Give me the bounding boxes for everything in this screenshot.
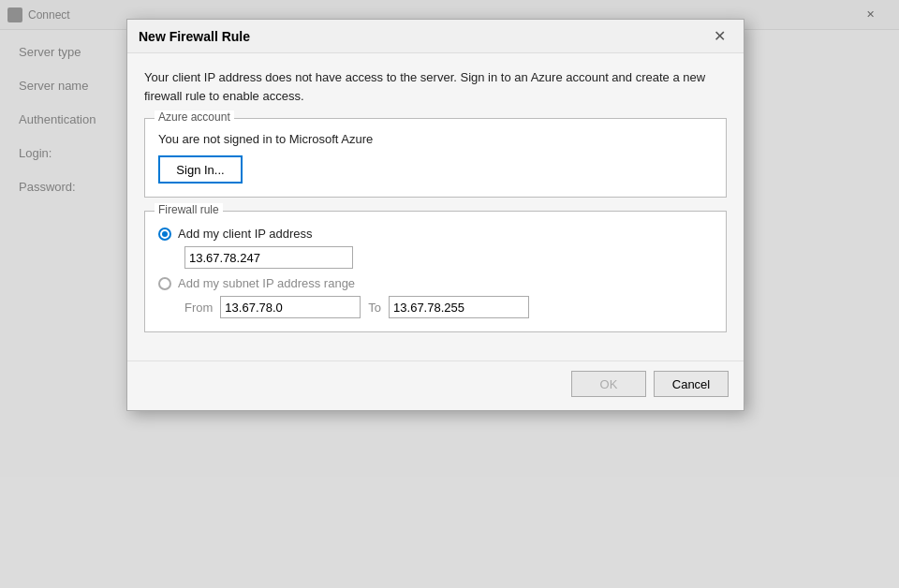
firewall-rule-group-label: Firewall rule — [155, 203, 223, 216]
subnet-from-input[interactable] — [220, 296, 361, 318]
client-ip-input[interactable] — [184, 246, 353, 269]
azure-account-group-label: Azure account — [155, 110, 234, 124]
dialog-title-bar: New Firewall Rule ✕ — [127, 20, 744, 53]
subnet-to-input[interactable] — [389, 296, 529, 318]
cancel-button[interactable]: Cancel — [654, 371, 729, 397]
dialog-title: New Firewall Rule — [139, 29, 706, 44]
client-ip-label: Add my client IP address — [178, 227, 313, 241]
to-label: To — [368, 301, 381, 315]
firewall-rule-group: Firewall rule Add my client IP address A… — [144, 211, 727, 332]
dialog-body: Your client IP address does not have acc… — [127, 53, 744, 360]
dialog-close-button[interactable]: ✕ — [706, 23, 732, 50]
dialog-footer: OK Cancel — [127, 360, 744, 410]
azure-not-signed-in-text: You are not signed in to Microsoft Azure — [158, 132, 713, 146]
subnet-label: Add my subnet IP address range — [178, 276, 355, 290]
client-ip-radio[interactable] — [158, 228, 171, 241]
subnet-radio[interactable] — [158, 277, 171, 290]
dialog-description: Your client IP address does not have acc… — [144, 68, 727, 105]
new-firewall-rule-dialog: New Firewall Rule ✕ Your client IP addre… — [126, 19, 744, 411]
client-ip-radio-row: Add my client IP address — [158, 227, 713, 241]
azure-account-group: Azure account You are not signed in to M… — [144, 118, 727, 198]
subnet-radio-row: Add my subnet IP address range — [158, 276, 713, 290]
sign-in-button[interactable]: Sign In... — [158, 155, 243, 184]
from-label: From — [184, 301, 213, 315]
subnet-range-row: From To — [184, 296, 713, 318]
ok-button[interactable]: OK — [571, 371, 646, 397]
